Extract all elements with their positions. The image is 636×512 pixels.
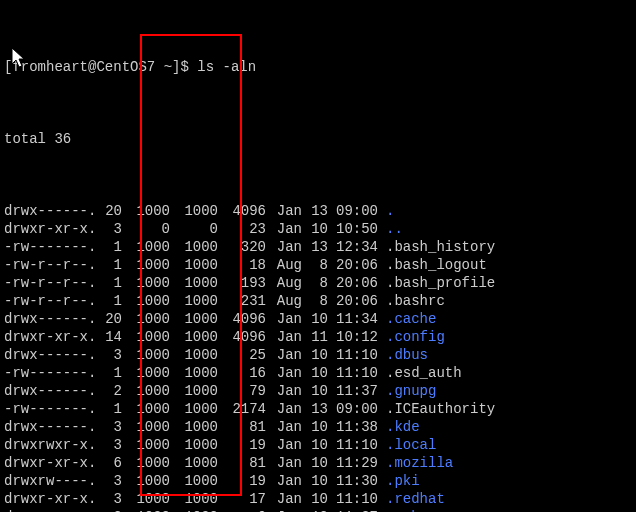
list-row: drwx------.20100010004096Jan1011:34.cach… (4, 310, 632, 328)
prompt-at: @ (88, 58, 96, 76)
file-listing: drwx------.20100010004096Jan1309:00.drwx… (4, 202, 632, 512)
prompt-open: [ (4, 58, 12, 76)
list-row: drwx------.2100010006Jan1011:37.ssh (4, 508, 632, 512)
file-name: .mozilla (378, 454, 453, 472)
list-row: drwx------.20100010004096Jan1309:00. (4, 202, 632, 220)
prompt-close: ] (172, 58, 180, 76)
file-name: .bash_history (378, 238, 495, 256)
prompt-user: fromheart (12, 58, 88, 76)
list-row: -rw-------.1100010002174Jan1309:00.ICEau… (4, 400, 632, 418)
prompt-space (155, 58, 163, 76)
file-name: .config (378, 328, 445, 346)
list-row: drwxr-xr-x.30023Jan1010:50.. (4, 220, 632, 238)
list-row: drwx------.31000100025Jan1011:10.dbus (4, 346, 632, 364)
file-name: .redhat (378, 490, 445, 508)
total-label: total (4, 130, 46, 148)
list-row: drwx------.21000100079Jan1011:37.gnupg (4, 382, 632, 400)
list-row: -rw-r--r--.11000100018Aug820:06.bash_log… (4, 256, 632, 274)
prompt-symbol: $ (180, 58, 188, 76)
file-name: .bashrc (378, 292, 445, 310)
total-value: 36 (54, 130, 71, 148)
file-name: .dbus (378, 346, 428, 364)
file-name: .bash_logout (378, 256, 487, 274)
list-row: -rw-r--r--.110001000231Aug820:06.bashrc (4, 292, 632, 310)
prompt-line: [ fromheart @ CentOS7 ~ ] $ ls -aln (4, 58, 632, 76)
list-row: drwxr-xr-x.31000100017Jan1011:10.redhat (4, 490, 632, 508)
prompt-host: CentOS7 (96, 58, 155, 76)
prompt-cwd: ~ (164, 58, 172, 76)
file-name: .ssh (378, 508, 420, 512)
command-text: ls -aln (197, 58, 256, 76)
list-row: drwxr-xr-x.14100010004096Jan1110:12.conf… (4, 328, 632, 346)
list-row: -rw-r--r--.110001000193Aug820:06.bash_pr… (4, 274, 632, 292)
file-name: .gnupg (378, 382, 436, 400)
prompt-gap (189, 58, 197, 76)
file-name: .ICEauthority (378, 400, 495, 418)
file-name: .cache (378, 310, 436, 328)
list-row: drwxr-xr-x.61000100081Jan1011:29.mozilla (4, 454, 632, 472)
file-name: .pki (378, 472, 420, 490)
list-row: -rw-------.110001000320Jan1312:34.bash_h… (4, 238, 632, 256)
file-name: .. (378, 220, 403, 238)
total-line: total 36 (4, 130, 632, 148)
file-name: .local (378, 436, 436, 454)
file-name: .kde (378, 418, 420, 436)
list-row: -rw-------.11000100016Jan1011:10.esd_aut… (4, 364, 632, 382)
list-row: drwxrwxr-x.31000100019Jan1011:10.local (4, 436, 632, 454)
file-name: . (378, 202, 394, 220)
terminal[interactable]: [ fromheart @ CentOS7 ~ ] $ ls -aln tota… (0, 0, 636, 512)
file-name: .bash_profile (378, 274, 495, 292)
list-row: drwxrw----.31000100019Jan1011:30.pki (4, 472, 632, 490)
list-row: drwx------.31000100081Jan1011:38.kde (4, 418, 632, 436)
file-name: .esd_auth (378, 364, 462, 382)
